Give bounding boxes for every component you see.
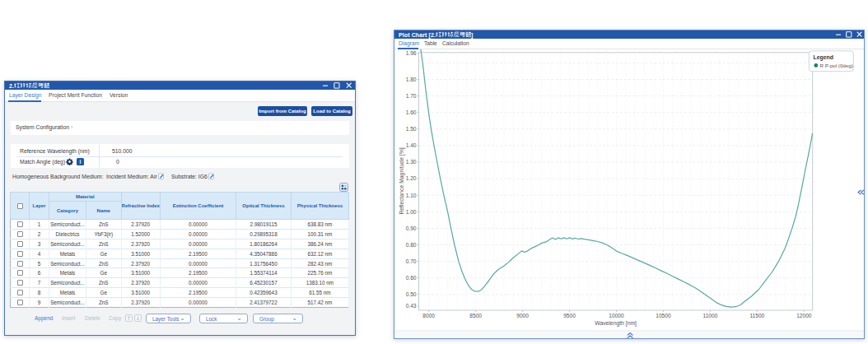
svg-text:1.80: 1.80 bbox=[406, 77, 417, 82]
svg-text:0.43: 0.43 bbox=[406, 303, 417, 309]
svg-text:0.50: 0.50 bbox=[406, 291, 417, 297]
svg-text:Reflectance Magnitude [%]: Reflectance Magnitude [%] bbox=[399, 147, 405, 214]
svg-text:8000: 8000 bbox=[422, 313, 435, 318]
svg-text:8500: 8500 bbox=[469, 313, 482, 318]
svg-text:1.50: 1.50 bbox=[406, 126, 417, 132]
svg-text:1.96: 1.96 bbox=[406, 50, 417, 56]
svg-text:1.00: 1.00 bbox=[406, 209, 417, 215]
svg-text:1.20: 1.20 bbox=[406, 175, 417, 181]
svg-text:1.30: 1.30 bbox=[406, 159, 417, 165]
svg-text:1.10: 1.10 bbox=[406, 193, 417, 198]
svg-text:12000: 12000 bbox=[796, 313, 812, 318]
svg-text:Wavelength [nm]: Wavelength [nm] bbox=[595, 320, 637, 327]
svg-text:11500: 11500 bbox=[749, 313, 764, 318]
svg-text:9000: 9000 bbox=[516, 313, 529, 318]
svg-text:R P-pol (0deg): R P-pol (0deg) bbox=[820, 63, 853, 68]
svg-text:1.70: 1.70 bbox=[406, 93, 417, 99]
svg-text:1.60: 1.60 bbox=[406, 109, 417, 115]
svg-text:10000: 10000 bbox=[609, 313, 624, 318]
svg-text:0.80: 0.80 bbox=[406, 242, 417, 248]
svg-text:0.60: 0.60 bbox=[406, 275, 417, 281]
svg-text:11000: 11000 bbox=[702, 313, 717, 318]
svg-text:10500: 10500 bbox=[656, 313, 671, 318]
svg-text:9500: 9500 bbox=[563, 313, 576, 318]
svg-text:0.70: 0.70 bbox=[406, 258, 417, 264]
svg-text:1.40: 1.40 bbox=[406, 142, 417, 148]
svg-text:0.90: 0.90 bbox=[406, 225, 417, 231]
svg-text:Legend: Legend bbox=[814, 54, 834, 61]
